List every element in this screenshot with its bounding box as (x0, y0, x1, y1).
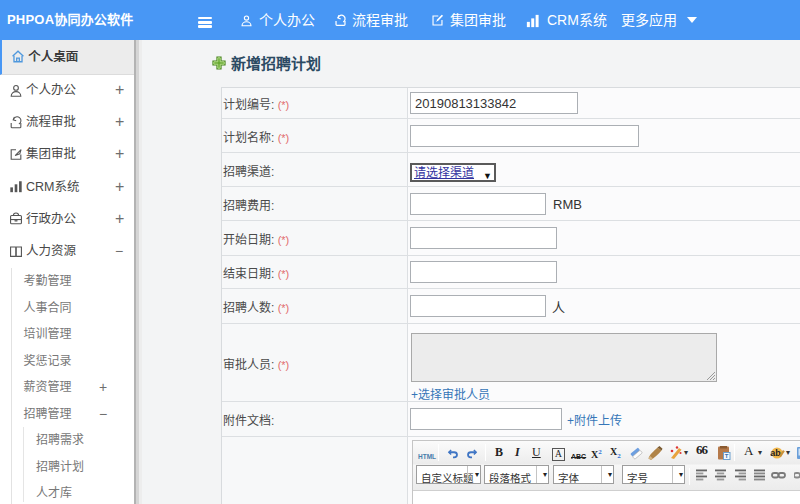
svg-text:T: T (725, 453, 729, 459)
svg-text:ab: ab (770, 448, 781, 458)
